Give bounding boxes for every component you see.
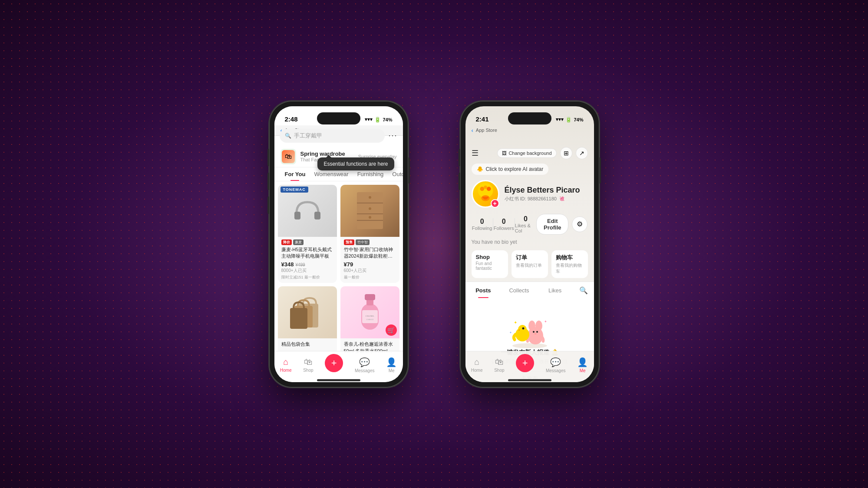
nav-shop-label-2: Shop bbox=[494, 368, 504, 373]
svg-point-21 bbox=[486, 187, 491, 191]
product-img-1: TONEMAC bbox=[278, 185, 337, 237]
qr-code-button[interactable]: ⊞ bbox=[560, 147, 572, 159]
product-card-3[interactable]: 精品包袋合集 bbox=[278, 286, 337, 357]
power-button-2[interactable] bbox=[599, 157, 601, 183]
badge-brand-2: 竹中智 bbox=[356, 239, 370, 245]
shop-card-3[interactable]: 购物车 查看我的购物车 bbox=[551, 250, 588, 278]
shop-card-title-1: Shop bbox=[476, 254, 504, 260]
svg-point-29 bbox=[536, 331, 538, 333]
phone-2: 2:41 ▾▾▾ 🔋 74% ‹ App Store ☰ 🖼 bbox=[460, 101, 599, 387]
app-store-bar-2[interactable]: ‹ App Store bbox=[465, 125, 594, 135]
search-placeholder: 手工穿戴甲 bbox=[294, 132, 322, 140]
price-main-1: ¥348 bbox=[281, 261, 294, 268]
product-img-4: CHANEL CHANCE 🛒 bbox=[340, 286, 399, 338]
nav-home-label-2: Home bbox=[471, 368, 483, 373]
following-label: Following bbox=[472, 226, 492, 231]
shop-icon-1: 🛍 bbox=[304, 357, 313, 367]
profile-info: Élyse Betters Picaro 小红书 ID: 98882661180… bbox=[505, 186, 588, 202]
product-price-1: ¥348 ¥499 bbox=[281, 261, 333, 268]
share-button[interactable]: ↗ bbox=[576, 147, 588, 159]
svg-point-28 bbox=[533, 331, 535, 333]
nav-me-1[interactable]: 👤 Me bbox=[386, 357, 397, 373]
svg-point-7 bbox=[369, 207, 371, 210]
tab-likes[interactable]: Likes bbox=[537, 283, 573, 298]
product-info-3: 精品包袋合集 bbox=[278, 338, 337, 350]
verified-badge: 谁 bbox=[560, 196, 564, 201]
shop-card-1[interactable]: Shop Fun and fantastic bbox=[472, 250, 508, 278]
more-options-button[interactable]: ··· bbox=[388, 131, 397, 140]
shop-card-sub-2: 查看我的订单 bbox=[516, 262, 544, 269]
svg-text:CHANEL: CHANEL bbox=[365, 315, 374, 317]
svg-text:✦: ✦ bbox=[509, 331, 512, 334]
product-info-1: 降价 廉麦 廉麦-H5蓝牙耳机头戴式主动降噪手机电脑平板 ¥348 ¥499 8… bbox=[278, 237, 337, 283]
nav-home-1[interactable]: ⌂ Home bbox=[280, 357, 292, 373]
stat-following[interactable]: 0 Following bbox=[472, 218, 493, 231]
hamburger-icon[interactable]: ☰ bbox=[472, 148, 479, 158]
vol-up-button-2[interactable] bbox=[459, 149, 460, 166]
edit-profile-button[interactable]: Edit Profile bbox=[536, 214, 568, 235]
header-actions: 🖼 Change background ⊞ ↗ bbox=[497, 147, 587, 159]
svg-text:CHANCE: CHANCE bbox=[366, 318, 373, 321]
brand-logo: 🛍 bbox=[281, 149, 296, 164]
product-card-2[interactable]: 预售 竹中智 竹中智·家用门口收纳神器2024新款爆款鞋柜实木 ¥79 600+… bbox=[340, 185, 399, 283]
phone-1-screen: 2:48 ▾▾▾ 🔋 74% ‹ App Store Essential fun… bbox=[274, 106, 403, 382]
nav-shop-1[interactable]: 🛍 Shop bbox=[303, 357, 313, 373]
change-background-button[interactable]: 🖼 Change background bbox=[497, 148, 556, 158]
avatar-container: + bbox=[472, 180, 499, 208]
settings-icon: ⚙ bbox=[577, 220, 583, 228]
messages-icon-2: 💬 bbox=[550, 357, 561, 367]
profile-header-bar: ☰ 🖼 Change background ⊞ ↗ bbox=[465, 144, 594, 162]
products-grid: TONEMAC 降价 廉麦 廉麦- bbox=[274, 181, 403, 361]
stat-likes[interactable]: 0 Likes & Col bbox=[515, 215, 536, 233]
settings-button[interactable]: ⚙ bbox=[572, 216, 587, 232]
vol-up-button[interactable] bbox=[267, 149, 269, 166]
svg-text:✦: ✦ bbox=[544, 320, 547, 324]
tooltip-text: Essential functions are here bbox=[323, 161, 388, 167]
profile-icon-1: 👤 bbox=[386, 357, 397, 367]
image-icon: 🖼 bbox=[502, 151, 507, 156]
ai-avatar-banner[interactable]: 🐥 Click to explore AI avatar bbox=[472, 164, 549, 175]
create-button-1[interactable]: + bbox=[325, 354, 343, 372]
power-button[interactable] bbox=[408, 157, 410, 183]
tooltip-bubble: Essential functions are here bbox=[317, 157, 394, 170]
badge-brand: 廉麦 bbox=[293, 239, 304, 245]
brand-badge-tonemac: TONEMAC bbox=[281, 187, 308, 193]
nav-messages-1[interactable]: 💬 Messages bbox=[355, 357, 375, 373]
svg-text:✦: ✦ bbox=[514, 320, 517, 325]
nav-me-2[interactable]: 👤 Me bbox=[577, 357, 588, 373]
shop-icon-2: 🛍 bbox=[495, 357, 504, 367]
vol-down-button-2[interactable] bbox=[459, 173, 460, 190]
add-to-cart-btn[interactable]: 🛒 bbox=[386, 324, 397, 336]
cabinet-svg bbox=[355, 190, 385, 231]
search-input[interactable]: 🔍 手工穿戴甲 bbox=[280, 129, 385, 143]
add-avatar-button[interactable]: + bbox=[491, 199, 499, 208]
tab-posts[interactable]: Posts bbox=[465, 283, 502, 298]
nav-home-2[interactable]: ⌂ Home bbox=[471, 357, 483, 373]
shop-card-sub-1: Fun and fantastic bbox=[476, 261, 504, 271]
product-note-2: 最一般价 bbox=[344, 275, 396, 280]
stat-followers[interactable]: 0 Followers bbox=[493, 218, 515, 231]
shop-card-2[interactable]: 订单 查看我的订单 bbox=[512, 250, 548, 278]
vol-down-button[interactable] bbox=[267, 173, 269, 190]
product-info-2: 预售 竹中智 竹中智·家用门口收纳神器2024新款爆款鞋柜实木 ¥79 600+… bbox=[340, 237, 399, 283]
ai-banner-text: Click to explore AI avatar bbox=[486, 166, 544, 172]
stats-row: 0 Following 0 Followers 0 Likes & Col Ed bbox=[465, 211, 594, 239]
profile-id-label: 小红书 ID: 98882661180 bbox=[505, 196, 557, 201]
tab-collects[interactable]: Collects bbox=[501, 283, 537, 298]
change-bg-label: Change background bbox=[508, 151, 551, 156]
product-card-1[interactable]: TONEMAC 降价 廉麦 廉麦- bbox=[278, 185, 337, 283]
product-card-4[interactable]: CHANEL CHANCE 🛒 香奈儿-粉色邂逅浓香水50ml 多款香水500m… bbox=[340, 286, 399, 357]
search-bar-row: 🔍 手工穿戴甲 ··· bbox=[274, 125, 403, 146]
svg-rect-11 bbox=[290, 308, 307, 329]
silent-switch[interactable] bbox=[267, 197, 269, 214]
battery-icon-2: 🔋 bbox=[565, 117, 572, 123]
nav-shop-2[interactable]: 🛍 Shop bbox=[494, 357, 504, 373]
shop-card-sub-3: 查看我的购物车 bbox=[556, 262, 584, 275]
nav-messages-2[interactable]: 💬 Messages bbox=[546, 357, 566, 373]
status-time-1: 2:48 bbox=[285, 115, 298, 123]
home-indicator-2 bbox=[508, 379, 551, 381]
tab-search-button[interactable]: 🔍 bbox=[573, 282, 594, 299]
cat-tab-for-you[interactable]: For You bbox=[281, 167, 310, 181]
create-button-2[interactable]: + bbox=[516, 354, 534, 372]
back-chevron-icon-2[interactable]: ‹ bbox=[472, 127, 473, 134]
